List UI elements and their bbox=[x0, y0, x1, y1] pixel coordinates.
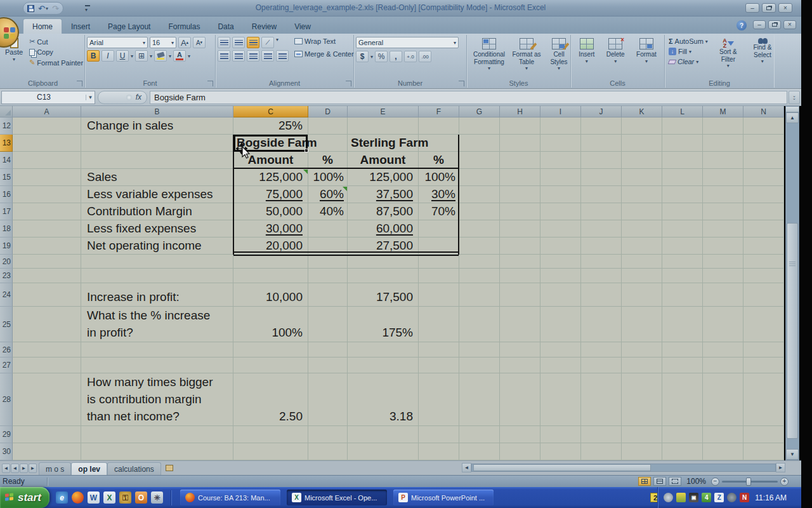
bold-button[interactable]: B bbox=[87, 50, 100, 62]
find-select-button[interactable]: Find & Select ▾ bbox=[747, 37, 778, 70]
cell-A23[interactable] bbox=[13, 269, 81, 283]
cell-N15[interactable] bbox=[743, 169, 784, 186]
cell-K28[interactable] bbox=[622, 373, 662, 426]
cell-N26[interactable] bbox=[743, 342, 784, 358]
column-header-E[interactable]: E bbox=[348, 106, 419, 117]
cell-L16[interactable] bbox=[662, 186, 703, 203]
cell-A15[interactable] bbox=[13, 169, 81, 186]
column-header-F[interactable]: F bbox=[419, 106, 459, 117]
cell-H24[interactable] bbox=[500, 283, 540, 307]
cell-E13[interactable]: Sterling Farm bbox=[348, 135, 419, 152]
cell-J19[interactable] bbox=[581, 237, 622, 255]
outlook-icon[interactable]: O bbox=[135, 491, 147, 504]
cell-M18[interactable] bbox=[703, 220, 743, 237]
cell-J24[interactable] bbox=[581, 283, 622, 307]
close-button[interactable]: × bbox=[778, 3, 792, 13]
cell-F29[interactable] bbox=[419, 426, 459, 443]
eye-icon[interactable] bbox=[727, 493, 737, 502]
cell-K26[interactable] bbox=[622, 342, 662, 358]
cell-D27[interactable] bbox=[308, 358, 348, 373]
currency-format-button[interactable]: $ bbox=[356, 51, 369, 62]
cell-K27[interactable] bbox=[622, 358, 662, 373]
cell-H26[interactable] bbox=[500, 342, 540, 358]
column-header-K[interactable]: K bbox=[622, 106, 662, 117]
row-header-14[interactable]: 14 bbox=[0, 152, 13, 169]
cell-F16[interactable]: 30% bbox=[419, 186, 459, 203]
cell-H25[interactable] bbox=[500, 307, 540, 342]
tab-data[interactable]: Data bbox=[209, 19, 242, 34]
help-button[interactable]: ? bbox=[737, 20, 747, 30]
cell-H28[interactable] bbox=[500, 373, 540, 426]
cell-L13[interactable] bbox=[662, 135, 703, 152]
cell-J17[interactable] bbox=[581, 203, 622, 220]
tab-formulas[interactable]: Formulas bbox=[159, 19, 209, 34]
cell-M14[interactable] bbox=[703, 152, 743, 169]
orientation-button[interactable]: ⟋ bbox=[261, 37, 274, 48]
sheet-tab-op-lev[interactable]: op lev bbox=[71, 462, 107, 475]
cell-F18[interactable] bbox=[419, 220, 459, 237]
autosum-button[interactable]: ΣAutoSum▾ bbox=[667, 37, 710, 46]
horizontal-scroll-thumb[interactable] bbox=[473, 464, 651, 471]
zoom-slider[interactable] bbox=[722, 481, 778, 483]
cell-N17[interactable] bbox=[743, 203, 784, 220]
cell-I27[interactable] bbox=[540, 358, 581, 373]
cell-I15[interactable] bbox=[540, 169, 581, 186]
cell-J15[interactable] bbox=[581, 169, 622, 186]
conditional-formatting-button[interactable]: Conditional Formatting ▾ bbox=[469, 37, 509, 72]
bottom-align-button[interactable] bbox=[247, 37, 259, 48]
cell-G17[interactable] bbox=[459, 203, 500, 220]
cell-J14[interactable] bbox=[581, 152, 622, 169]
cell-D20[interactable] bbox=[308, 255, 348, 269]
cell-L20[interactable] bbox=[662, 255, 703, 269]
cell-K24[interactable] bbox=[622, 283, 662, 307]
prev-sheet-button[interactable]: ◄ bbox=[11, 464, 19, 473]
internet-explorer-icon[interactable]: e bbox=[56, 491, 68, 504]
row-header-17[interactable]: 17 bbox=[0, 203, 13, 220]
cell-F20[interactable] bbox=[419, 255, 459, 269]
cell-M20[interactable] bbox=[703, 255, 743, 269]
cell-D26[interactable] bbox=[308, 342, 348, 358]
cell-N13[interactable] bbox=[743, 135, 784, 152]
cell-L30[interactable] bbox=[662, 443, 703, 460]
row-header-23[interactable]: 23 bbox=[0, 269, 13, 283]
cell-A25[interactable] bbox=[13, 307, 81, 342]
cell-B18[interactable]: Less fixed expenses bbox=[81, 220, 233, 237]
cell-M30[interactable] bbox=[703, 443, 743, 460]
number-format-combo[interactable]: General▾ bbox=[356, 37, 459, 48]
cell-M13[interactable] bbox=[703, 135, 743, 152]
cut-button[interactable]: ✂Cut bbox=[27, 37, 85, 46]
cell-C24[interactable]: 10,000 bbox=[233, 283, 308, 307]
cell-L19[interactable] bbox=[662, 237, 703, 255]
cell-K17[interactable] bbox=[622, 203, 662, 220]
cell-J18[interactable] bbox=[581, 220, 622, 237]
middle-align-button[interactable] bbox=[232, 37, 245, 48]
cell-G19[interactable] bbox=[459, 237, 500, 255]
fill-button[interactable]: ↓Fill▾ bbox=[667, 47, 710, 56]
cell-G30[interactable] bbox=[459, 443, 500, 460]
chevron-down-icon[interactable]: ▾ bbox=[370, 54, 373, 60]
cell-E27[interactable] bbox=[348, 358, 419, 373]
cell-M23[interactable] bbox=[703, 269, 743, 283]
row-header-12[interactable]: 12 bbox=[0, 117, 13, 135]
insert-worksheet-button[interactable] bbox=[161, 461, 178, 475]
cell-J13[interactable] bbox=[581, 135, 622, 152]
cell-A24[interactable] bbox=[13, 283, 81, 307]
clear-button[interactable]: Clear▾ bbox=[667, 57, 710, 66]
cell-B24[interactable]: Increase in profit: bbox=[81, 283, 233, 307]
underline-button[interactable]: U bbox=[116, 50, 129, 62]
name-box[interactable]: C13 ▼ bbox=[1, 91, 95, 104]
insert-function-button[interactable]: fx bbox=[98, 91, 147, 104]
antivirus-icon[interactable]: 4 bbox=[702, 493, 711, 502]
cell-I18[interactable] bbox=[540, 220, 581, 237]
workbook-restore-button[interactable] bbox=[768, 20, 781, 29]
cell-N20[interactable] bbox=[743, 255, 784, 269]
cell-M29[interactable] bbox=[703, 426, 743, 443]
cell-G12[interactable] bbox=[459, 117, 500, 135]
cell-N27[interactable] bbox=[743, 358, 784, 373]
cell-F30[interactable] bbox=[419, 443, 459, 460]
cell-N25[interactable] bbox=[743, 307, 784, 342]
cell-D24[interactable] bbox=[308, 283, 348, 307]
cell-L23[interactable] bbox=[662, 269, 703, 283]
cell-K14[interactable] bbox=[622, 152, 662, 169]
expand-formula-bar-button[interactable]: ⌄⌄ bbox=[789, 91, 800, 104]
